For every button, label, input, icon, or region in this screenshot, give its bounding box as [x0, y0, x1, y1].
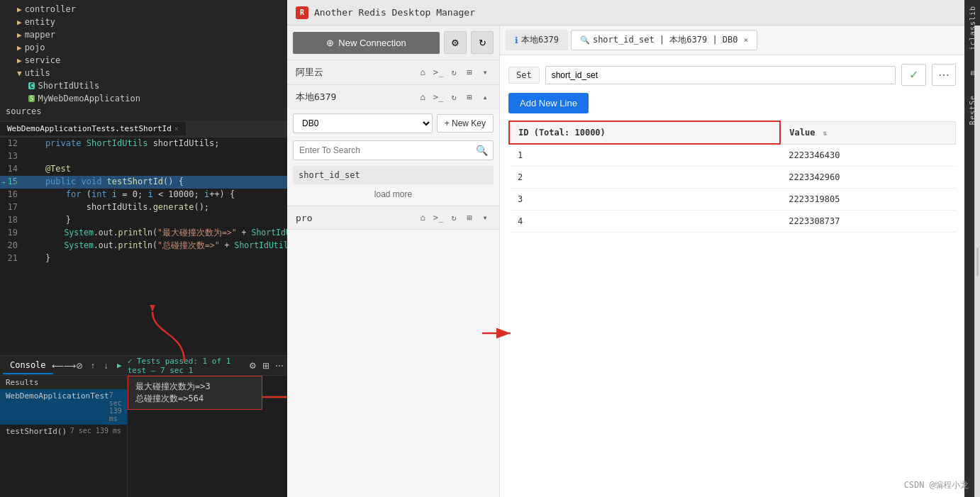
annotation-line-1: 最大碰撞次数为=>3 [135, 381, 255, 393]
settings-button[interactable]: ⚙ [444, 31, 467, 54]
cell-id: 2 [509, 167, 780, 189]
add-new-line-button[interactable]: Add New Line [508, 93, 589, 113]
new-key-button[interactable]: + New Key [437, 114, 494, 133]
redis-icon: R [296, 6, 308, 19]
tree-item-utils[interactable]: ▼ utils [0, 67, 287, 79]
code-line-14: 14 @Test [0, 163, 287, 176]
folder-icon: ▶ [17, 18, 22, 27]
col-header-value[interactable]: Value ⇅ [780, 121, 955, 144]
tree-item-mapper[interactable]: ▶ mapper [0, 28, 287, 41]
refresh-icon-local[interactable]: ↻ [448, 91, 460, 103]
terminal-icon-local[interactable]: >_ [433, 91, 444, 103]
conn-group-aliyun: 阿里云 ⌂ >_ ↻ ⊞ ▾ [287, 60, 499, 85]
cell-id: 1 [509, 144, 780, 167]
tree-item-controller[interactable]: ▶ controller [0, 3, 287, 16]
root: ▶ controller ▶ entity ▶ mapper ▶ pojo ▶ [0, 0, 980, 497]
settings-icon: ⚙ [451, 38, 460, 48]
tab-short-id-set[interactable]: 🔍 short_id_set | 本地6379 | DB0 × [571, 30, 757, 50]
conn-group-local6379: 本地6379 ⌂ >_ ↻ ⊞ ▴ DB0 [287, 85, 499, 206]
grid-icon-local[interactable]: ⊞ [464, 91, 475, 103]
table-row[interactable]: 2 2223342960 [509, 167, 956, 189]
tab-close-short-id[interactable]: × [744, 35, 749, 45]
key-confirm-button[interactable]: ✓ [901, 64, 926, 86]
code-line-19: 19 System.out.println("最大碰撞次数为=>" + Shor… [0, 227, 287, 240]
terminal-icon-pro[interactable]: >_ [433, 212, 444, 223]
scroll-down-btn[interactable]: ↓ [101, 358, 111, 374]
db-select[interactable]: DB0 DB1 DB2 DB3 [293, 113, 433, 133]
table-row[interactable]: 4 2223308737 [509, 211, 956, 233]
tree-item-pojo[interactable]: ▶ pojo [0, 41, 287, 54]
tree-item-shortidutils[interactable]: C ShortIdUtils [0, 79, 287, 92]
home-icon-local[interactable]: ⌂ [417, 91, 428, 103]
scroll-up-btn[interactable]: ↑ [87, 358, 98, 374]
cell-id: 4 [509, 211, 780, 233]
spring-icon: S [28, 95, 35, 102]
grid-btn[interactable]: ⊞ [260, 358, 271, 374]
tree-label: utils [25, 68, 50, 78]
annotation-line-2: 总碰撞次数=>564 [135, 393, 255, 405]
key-type-badge: Set [508, 67, 540, 84]
data-table: ID (Total: 10000) Value ⇅ 1 [508, 121, 956, 233]
plus-icon: ⊕ [326, 38, 334, 48]
cell-value: 2223346430 [780, 144, 955, 167]
tab-label-local6379: 本地6379 [521, 34, 559, 46]
home-icon-aliyun[interactable]: ⌂ [417, 67, 428, 78]
grid-icon-pro[interactable]: ⊞ [464, 212, 475, 223]
sidebar-label-jclasslib[interactable]: jclasslib [969, 3, 976, 53]
chevron-down-icon-aliyun[interactable]: ▾ [479, 67, 491, 78]
redis-panel: R Another Redis Desktop Manager ⊕ New Co… [287, 0, 964, 497]
load-more-button[interactable]: load more [293, 186, 494, 203]
key-name-input[interactable] [545, 66, 896, 84]
sidebar-label-restse[interactable]: RestSe [969, 92, 976, 128]
table-row[interactable]: 3 2223319805 [509, 189, 956, 211]
result-item-webdemo[interactable]: WebDemoApplicationTest 7 sec 139 ms [0, 389, 127, 425]
debug-icon: ⊙ [14, 179, 18, 186]
file-tab-close[interactable]: × [174, 125, 179, 133]
conn-group-header-local6379[interactable]: 本地6379 ⌂ >_ ↻ ⊞ ▴ [287, 85, 499, 109]
new-conn-bar: ⊕ New Connection ⚙ ↻ [287, 26, 499, 60]
conn-group-name-aliyun: 阿里云 [296, 66, 323, 79]
wrap-btn[interactable]: ⟵⟶ [56, 358, 72, 374]
grid-icon-aliyun[interactable]: ⊞ [464, 67, 475, 78]
key-action-button[interactable]: ⋯ [932, 64, 956, 86]
table-row[interactable]: 1 2223346430 [509, 144, 956, 167]
search-row: 🔍 [287, 138, 499, 163]
tree-label: controller [25, 4, 76, 14]
chevron-up-icon-local[interactable]: ▴ [479, 91, 491, 103]
code-line-17: 17 shortIdUtils.generate(); [0, 201, 287, 214]
home-icon-pro[interactable]: ⌂ [417, 212, 428, 223]
new-connection-button[interactable]: ⊕ New Connection [293, 32, 440, 54]
key-type-row: Set ✓ ⋯ [508, 64, 956, 86]
key-list: short_id_set load more [287, 163, 499, 206]
search-input[interactable] [293, 140, 494, 160]
code-line-13: 13 [0, 150, 287, 163]
conn-group-header-pro[interactable]: pro ⌂ >_ ↻ ⊞ ▾ [287, 206, 499, 229]
tab-local6379[interactable]: ℹ 本地6379 [506, 30, 568, 50]
key-item-short-id-set[interactable]: short_id_set [293, 166, 494, 184]
tab-console[interactable]: Console [3, 357, 53, 374]
redis-title: Another Redis Desktop Manager [314, 7, 475, 18]
tree-item-service[interactable]: ▶ service [0, 54, 287, 67]
refresh-icon-pro[interactable]: ↻ [448, 212, 460, 223]
more-btn[interactable]: ⋯ [274, 358, 284, 374]
results-list: Results WebDemoApplicationTest 7 sec 139… [0, 376, 128, 497]
code-line-18: 18 } [0, 214, 287, 227]
sidebar-label-maven[interactable]: m [969, 67, 976, 78]
tree-item-mywebdemoapplication[interactable]: S MyWebDemoApplication [0, 92, 287, 105]
search-icon[interactable]: 🔍 [476, 145, 488, 156]
clear-btn[interactable]: ⊘ [74, 358, 85, 374]
tree-item-entity[interactable]: ▶ entity [0, 16, 287, 28]
code-line-16: 16 for (int i = 0; i < 10000; i++) { [0, 189, 287, 201]
terminal-icon-aliyun[interactable]: >_ [433, 67, 444, 78]
bottom-panel: Console ⟵⟶ ⊘ ↑ ↓ ▶ ✓ Tests passed: 1 of … [0, 355, 287, 497]
conn-group-header-aliyun[interactable]: 阿里云 ⌂ >_ ↻ ⊞ ▾ [287, 60, 499, 84]
console-tab-bar: Console ⟵⟶ ⊘ ↑ ↓ ▶ ✓ Tests passed: 1 of … [0, 356, 287, 376]
file-tab-webdemo[interactable]: WebDemoApplicationTests.testShortId × [0, 122, 186, 135]
refresh-button[interactable]: ↻ [471, 31, 494, 54]
settings-btn[interactable]: ⚙ [247, 358, 258, 374]
result-item-testshortid[interactable]: testShortId() 7 sec 139 ms [0, 425, 127, 438]
chevron-down-icon-pro[interactable]: ▾ [479, 212, 491, 223]
redis-titlebar: R Another Redis Desktop Manager [287, 0, 964, 26]
refresh-icon-aliyun[interactable]: ↻ [448, 67, 460, 78]
col-header-id[interactable]: ID (Total: 10000) [509, 121, 780, 144]
